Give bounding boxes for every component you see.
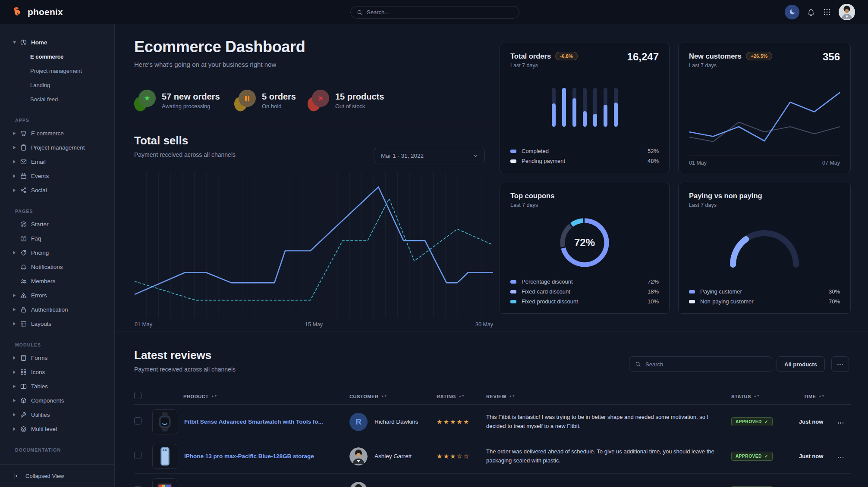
table-header-row: PRODUCT ▲▼ CUSTOMER ▲▼ RATING ▲▼ REVIEW …	[134, 388, 851, 405]
row-checkbox[interactable]	[134, 417, 142, 425]
sidebar-item-pricing[interactable]: Pricing	[0, 246, 114, 260]
sidebar-item-email[interactable]: Email	[0, 155, 114, 169]
caret-right-icon	[13, 384, 16, 388]
stat-value: 15 products	[335, 92, 384, 102]
sidebar-item-tables[interactable]: Tables	[0, 379, 114, 393]
date-range-select[interactable]: Mar 1 - 31, 2022	[374, 148, 485, 163]
paying-card: Paying vs non paying Last 7 days Paying …	[678, 183, 851, 314]
sidebar-item-multi-level[interactable]: Multi level	[0, 422, 114, 436]
stat-icon: ✕	[308, 90, 329, 111]
sort-icon: ▲▼	[509, 395, 515, 397]
cart-icon	[20, 130, 27, 137]
legend-value: 30%	[829, 288, 840, 295]
sidebar-item-label: Forms	[31, 355, 47, 361]
sidebar-item-utilities[interactable]: Utilities	[0, 408, 114, 422]
sidebar-group-home[interactable]: Home	[0, 35, 114, 50]
bar	[614, 88, 618, 127]
apps-grid-button[interactable]	[823, 8, 831, 16]
sidebar-item-label: E commerce	[31, 130, 64, 137]
bar	[583, 88, 587, 127]
sidebar-item-members[interactable]: Members	[0, 274, 114, 288]
select-all-checkbox[interactable]	[134, 392, 142, 399]
global-search-input[interactable]	[367, 9, 513, 16]
sidebar-item-landing[interactable]: Landing	[0, 78, 114, 92]
sidebar-item-label: Email	[31, 159, 46, 165]
total-orders-card: Total orders -6.8% Last 7 days 16,247 Co…	[500, 43, 670, 173]
caret-right-icon	[13, 174, 16, 178]
change-badge: +26.5%	[746, 52, 772, 60]
sidebar-item-e-commerce[interactable]: E commerce	[0, 126, 114, 140]
phoenix-logo-icon	[12, 6, 24, 18]
row-more-button[interactable]	[837, 454, 844, 461]
macbook-thumbnail	[152, 478, 177, 487]
total-sells-header: Total sells Payment received across all …	[134, 134, 236, 158]
review-time: Just now	[799, 453, 837, 459]
moon-icon	[789, 8, 796, 16]
sidebar-item-social-feed[interactable]: Social feed	[0, 92, 114, 106]
card-title: Paying vs non paying	[689, 192, 762, 200]
sidebar: HomeE commerceProject managementLandingS…	[0, 24, 115, 487]
sidebar-item-label: Components	[31, 397, 64, 404]
collapse-sidebar-button[interactable]: Collapsed View	[0, 464, 114, 487]
sidebar-item-icons[interactable]: Icons	[0, 365, 114, 379]
sort-icon: ▲▼	[381, 395, 387, 397]
sidebar-item-e-commerce[interactable]: E commerce	[0, 50, 114, 64]
sidebar-item-events[interactable]: Events	[0, 169, 114, 183]
notifications-button[interactable]	[807, 8, 815, 16]
caret-right-icon	[13, 160, 16, 164]
sidebar-item-authentication[interactable]: Authentication	[0, 303, 114, 317]
wrench-icon	[20, 411, 27, 418]
product-cell: Fitbit Sense Advanced Smartwatch with To…	[152, 409, 349, 434]
column-header-product[interactable]: PRODUCT ▲▼	[152, 394, 349, 399]
legend-item: Pending payment 48%	[510, 156, 659, 166]
all-products-button[interactable]: All products	[777, 356, 825, 372]
sidebar-item-forms[interactable]: Forms	[0, 351, 114, 365]
column-header-review[interactable]: REVIEW ▲▼	[486, 394, 731, 399]
layout-icon	[20, 320, 27, 328]
layers-icon	[20, 425, 27, 433]
sidebar-item-errors[interactable]: Errors	[0, 288, 114, 303]
product-cell	[152, 478, 349, 487]
main-content: Ecommerce Dashboard Here's what's going …	[115, 24, 868, 487]
star-rating: ★★★★★	[437, 418, 470, 425]
caret-right-icon	[13, 427, 16, 431]
column-header-customer[interactable]: CUSTOMER ▲▼	[349, 394, 437, 399]
row-more-button[interactable]	[837, 420, 844, 426]
user-avatar[interactable]	[839, 4, 855, 20]
legend-item: Fixed card discount 18%	[510, 287, 659, 297]
column-header-rating[interactable]: RATING ▲▼	[437, 394, 486, 399]
sidebar-item-layouts[interactable]: Layouts	[0, 317, 114, 331]
caret-right-icon	[13, 413, 16, 417]
card-title: Total orders	[510, 52, 551, 60]
card-title: New customers	[689, 52, 742, 60]
sidebar-item-notifications[interactable]: Notifications	[0, 260, 114, 274]
legend-swatch-icon	[689, 300, 695, 303]
row-checkbox[interactable]	[134, 452, 142, 459]
reviews-more-button[interactable]	[831, 356, 849, 372]
brand[interactable]: phoenix	[0, 6, 63, 18]
column-header-status[interactable]: STATUS ▲▼	[731, 394, 799, 399]
product-link[interactable]: iPhone 13 pro max-Pacific Blue-128GB sto…	[184, 453, 314, 459]
column-header-time[interactable]: TIME ▲▼	[799, 394, 837, 399]
sidebar-item-label: Multi level	[31, 426, 57, 432]
sort-icon: ▲▼	[211, 395, 217, 397]
stat-value: 57 new orders	[162, 92, 220, 102]
theme-toggle-button[interactable]	[785, 5, 799, 19]
sidebar-item-project-management[interactable]: Project management	[0, 140, 114, 155]
total-sells-chart: 01 May 15 May 30 May	[135, 172, 493, 328]
stat-icon: ★	[134, 90, 156, 111]
sidebar-item-social[interactable]: Social	[0, 183, 114, 197]
star-icon: ★	[144, 95, 150, 102]
legend-label: Fixed product discount	[522, 298, 578, 305]
sidebar-item-label: Layouts	[31, 321, 51, 327]
sidebar-item-starter[interactable]: Starter	[0, 217, 114, 231]
sidebar-item-components[interactable]: Components	[0, 393, 114, 408]
product-link[interactable]: Fitbit Sense Advanced Smartwatch with To…	[184, 418, 323, 425]
bar	[593, 88, 597, 127]
sidebar-section-modules: MODULES	[0, 342, 114, 347]
reviews-search-input[interactable]	[645, 361, 766, 368]
sidebar-item-project-management[interactable]: Project management	[0, 64, 114, 78]
legend-item: Fixed product discount 10%	[510, 297, 659, 306]
sidebar-item-faq[interactable]: Faq	[0, 231, 114, 246]
sidebar-item-label: Faq	[31, 235, 41, 242]
